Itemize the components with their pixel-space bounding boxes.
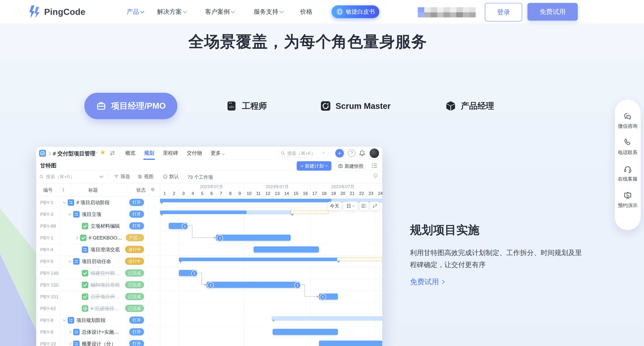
table-row[interactable]: PBY-3项目立项打开: [36, 208, 160, 220]
nav-item-2[interactable]: 解决方案: [157, 0, 186, 24]
tab-3[interactable]: 里程碑: [163, 150, 178, 157]
status-badge[interactable]: 产品...: [126, 234, 144, 241]
section-trial-link[interactable]: 免费试用: [410, 277, 444, 287]
row-title[interactable]: 立项材料编辑: [90, 223, 120, 229]
expand-chevron-icon[interactable]: [63, 318, 66, 321]
dependency-badge[interactable]: 1: [191, 270, 198, 277]
table-row[interactable]: PBY-4项目澄清交底进行中: [36, 244, 160, 255]
fullscreen-button[interactable]: [370, 202, 380, 210]
dependency-badge[interactable]: 1: [217, 235, 223, 241]
dependency-badge[interactable]: 1: [294, 282, 301, 288]
table-row[interactable]: PBY-88立项材料编辑打开: [36, 220, 160, 232]
scale-select[interactable]: 日: [343, 202, 358, 210]
table-row[interactable]: PBY-1# GEEKBOOKS 极...产品...: [36, 232, 160, 244]
table-row[interactable]: PBY-150编制项目章程已完成: [36, 279, 160, 291]
collapse-chevron-icon[interactable]: [68, 342, 72, 345]
gantt-summary-bar[interactable]: [272, 316, 382, 320]
role-tab-4[interactable]: 产品经理: [446, 93, 494, 119]
lightbulb-icon[interactable]: [373, 173, 378, 179]
gantt-task-bar[interactable]: [254, 246, 319, 252]
status-badge[interactable]: 打开: [129, 316, 144, 324]
tab-4[interactable]: 交付物: [187, 150, 202, 157]
status-badge[interactable]: 打开: [129, 199, 144, 206]
status-badge[interactable]: 已完成: [125, 293, 144, 300]
status-badge[interactable]: 已完成: [125, 305, 144, 312]
gantt-task-bar[interactable]: [319, 340, 382, 346]
nav-item-1[interactable]: 产品: [127, 0, 144, 24]
preset-default-button[interactable]: 默认: [163, 173, 179, 180]
gantt-task-bar[interactable]: [216, 235, 291, 241]
tab-2[interactable]: 规划: [144, 150, 154, 157]
table-row[interactable]: PBY-5项目启动任命进行中: [36, 255, 160, 267]
status-badge[interactable]: 打开: [129, 340, 144, 346]
gantt-summary-bar[interactable]: [160, 210, 246, 214]
tab-5[interactable]: 更多: [211, 150, 224, 157]
gantt-summary-bar[interactable]: [160, 199, 331, 202]
gantt-task-bar[interactable]: [272, 329, 338, 335]
global-search-input[interactable]: 搜索（⌘+K）: [277, 149, 329, 158]
row-title[interactable]: 召开项目开工会: [90, 293, 123, 300]
row-title[interactable]: # GEEKBOOKS 极...: [89, 235, 123, 241]
pingcode-logo[interactable]: PingCode: [29, 5, 86, 19]
new-snapshot-button[interactable]: 新建快照: [336, 161, 366, 171]
swap-icon[interactable]: [110, 150, 115, 156]
nav-item-3[interactable]: 客户案例: [205, 0, 234, 24]
row-title[interactable]: # 完成项目启动阶段...: [90, 305, 123, 312]
row-title[interactable]: 编制项目章程: [90, 282, 120, 288]
dependency-badge[interactable]: 1: [182, 223, 188, 230]
status-badge[interactable]: 进行中: [125, 246, 144, 253]
row-title[interactable]: 项目澄清交底: [90, 246, 120, 253]
today-button[interactable]: 今天: [328, 202, 341, 210]
user-avatar[interactable]: [370, 149, 379, 158]
table-row[interactable]: PBY-9总体设计=实施方案（...打开: [36, 326, 160, 338]
tab-1[interactable]: 概览: [125, 150, 136, 157]
table-row[interactable]: PBY-8项目规划阶段打开: [36, 314, 160, 326]
row-title[interactable]: # 项目启动阶段: [76, 199, 110, 206]
new-plan-button[interactable]: + 新建计划: [297, 161, 332, 171]
status-badge[interactable]: 打开: [129, 328, 144, 335]
role-tab-3[interactable]: Scrum Master: [320, 93, 390, 119]
role-tab-2[interactable]: </>工程师: [227, 93, 267, 119]
expand-chevron-icon[interactable]: [68, 259, 72, 262]
list-view-icon[interactable]: [372, 163, 377, 168]
contact-4[interactable]: 预约演示: [618, 192, 638, 209]
role-tab-1[interactable]: 项目经理/PMO: [84, 93, 178, 119]
expand-chevron-icon[interactable]: [68, 212, 72, 215]
contact-1[interactable]: 微信咨询: [618, 112, 638, 129]
contact-3[interactable]: 在线客服: [618, 165, 638, 182]
whitepaper-badge[interactable]: 敏捷白皮书: [332, 6, 379, 18]
table-row[interactable]: PBY-62# 完成项目启动阶段...已完成: [36, 302, 160, 314]
collapse-chevron-icon[interactable]: [68, 330, 72, 333]
table-row[interactable]: PBY-151召开项目开工会已完成: [36, 291, 160, 302]
row-title[interactable]: 概要设计（分）: [82, 340, 116, 346]
filter-button[interactable]: 筛选: [114, 173, 130, 180]
table-row[interactable]: PBY-2# 项目启动阶段打开: [36, 197, 160, 208]
expand-chevron-icon[interactable]: [63, 200, 66, 203]
column-settings-gear-icon[interactable]: [150, 187, 155, 192]
dependency-badge[interactable]: 1: [320, 294, 326, 300]
search-dropdown-chevron-icon[interactable]: [99, 174, 104, 178]
table-row[interactable]: PBY-10概要设计（分）打开: [36, 338, 160, 346]
dependency-badge[interactable]: 1: [207, 282, 214, 288]
status-badge[interactable]: 打开: [129, 222, 144, 229]
nav-item-4[interactable]: 服务支持: [254, 0, 283, 24]
split-view-button[interactable]: [360, 202, 368, 210]
view-button[interactable]: 视图: [138, 173, 154, 180]
help-button[interactable]: ?: [348, 149, 356, 157]
row-title[interactable]: 项目启动任命: [82, 258, 111, 265]
status-badge[interactable]: 进行中: [125, 258, 144, 265]
login-button[interactable]: 登录: [485, 3, 522, 21]
add-button[interactable]: +: [335, 149, 344, 158]
project-name[interactable]: # 交付型项目管理: [53, 150, 96, 157]
collapse-chevron-icon[interactable]: [75, 236, 78, 239]
favorite-star-icon[interactable]: ★: [100, 149, 106, 156]
table-row[interactable]: PBY-149组建交付群和工作台已完成: [36, 267, 160, 279]
gantt-task-bar[interactable]: [206, 282, 300, 288]
row-title[interactable]: 组建交付群和工作台: [90, 270, 123, 276]
row-title[interactable]: 项目规划阶段: [76, 317, 106, 323]
gantt-search-input[interactable]: 搜索（⌘+G）: [40, 174, 75, 180]
contact-2[interactable]: 电话联系: [618, 139, 638, 156]
row-title[interactable]: 总体设计=实施方案（...: [82, 329, 123, 335]
row-title[interactable]: 项目立项: [82, 211, 101, 218]
gantt-summary-bar[interactable]: [179, 258, 337, 261]
